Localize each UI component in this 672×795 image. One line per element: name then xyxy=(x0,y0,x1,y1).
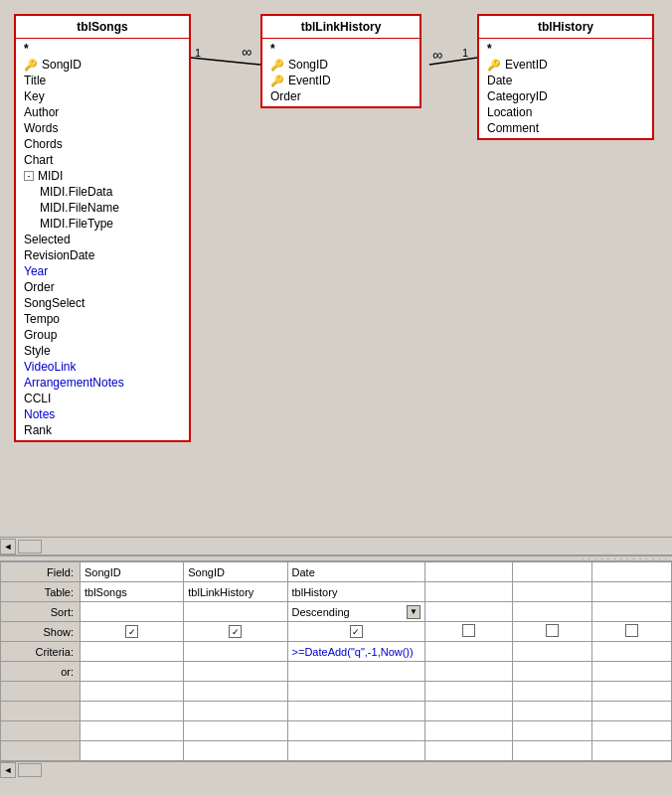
query-cell-empty[interactable] xyxy=(512,682,591,702)
query-cell-or-5[interactable] xyxy=(512,662,591,682)
query-cell-empty[interactable] xyxy=(287,702,424,721)
field-row: Tempo xyxy=(16,311,189,327)
query-cell-sort-5[interactable] xyxy=(512,602,591,622)
query-cell-empty[interactable] xyxy=(287,682,424,702)
query-cell-empty[interactable] xyxy=(81,702,184,721)
query-cell-show-1[interactable] xyxy=(81,622,184,642)
query-cell-or-6[interactable] xyxy=(591,662,671,682)
dropdown-arrow-icon[interactable]: ▼ xyxy=(407,605,420,619)
row-label-empty xyxy=(1,721,81,741)
query-cell-empty[interactable] xyxy=(591,741,671,761)
query-cell-field-3[interactable]: Date xyxy=(287,562,424,582)
field-row: Order xyxy=(16,279,189,295)
query-cell-sort-1[interactable] xyxy=(81,602,184,622)
table-title-tblLinkHistory: tblLinkHistory xyxy=(262,16,420,39)
query-cell-or-3[interactable] xyxy=(287,662,424,682)
query-cell-empty[interactable] xyxy=(287,721,424,741)
query-cell-empty[interactable] xyxy=(81,721,184,741)
row-label-show: Show: xyxy=(1,622,81,642)
query-cell-empty[interactable] xyxy=(591,682,671,702)
sort-dropdown[interactable]: Descending ▼ xyxy=(292,605,420,619)
query-cell-empty[interactable] xyxy=(81,682,184,702)
query-cell-criteria-2[interactable] xyxy=(184,642,287,662)
query-cell-table-6[interactable] xyxy=(591,582,671,602)
query-cell-empty[interactable] xyxy=(424,702,512,721)
scroll-thumb[interactable] xyxy=(18,540,42,554)
table-tblSongs: tblSongs * 🔑 SongID Title Key Author Wor… xyxy=(14,14,191,442)
query-cell-empty[interactable] xyxy=(184,682,287,702)
query-cell-empty[interactable] xyxy=(512,721,591,741)
query-cell-table-5[interactable] xyxy=(512,582,591,602)
field-name: EventID xyxy=(505,58,548,72)
query-cell-or-1[interactable] xyxy=(81,662,184,682)
query-row-or: or: xyxy=(1,662,672,682)
query-cell-empty[interactable] xyxy=(591,721,671,741)
query-cell-empty[interactable] xyxy=(424,721,512,741)
query-cell-show-3[interactable] xyxy=(287,622,424,642)
query-cell-table-1[interactable]: tblSongs xyxy=(81,582,184,602)
query-cell-or-4[interactable] xyxy=(424,662,512,682)
query-cell-empty[interactable] xyxy=(287,741,424,761)
show-checkbox-3[interactable] xyxy=(350,625,363,638)
query-cell-show-6[interactable] xyxy=(591,622,671,642)
query-cell-show-2[interactable] xyxy=(184,622,287,642)
query-cell-sort-6[interactable] xyxy=(591,602,671,622)
show-checkbox-4[interactable] xyxy=(462,624,475,637)
query-cell-empty[interactable] xyxy=(184,741,287,761)
query-cell-sort-2[interactable] xyxy=(184,602,287,622)
collapse-toggle[interactable]: - xyxy=(24,171,34,181)
field-row: Rank xyxy=(16,422,189,438)
field-name: Date xyxy=(487,74,512,87)
query-row-criteria: Criteria: >=DateAdd("q",-1,Now()) xyxy=(1,642,672,662)
query-cell-empty[interactable] xyxy=(512,741,591,761)
query-cell-show-4[interactable] xyxy=(424,622,512,642)
show-checkbox-1[interactable] xyxy=(125,625,138,638)
scroll-left-bottom-button[interactable]: ◄ xyxy=(0,762,16,778)
bottom-scrollbar[interactable]: ◄ xyxy=(0,761,672,777)
query-cell-field-2[interactable]: SongID xyxy=(184,562,287,582)
query-cell-empty[interactable] xyxy=(512,702,591,721)
row-label-or: or: xyxy=(1,662,81,682)
query-cell-field-6[interactable] xyxy=(591,562,671,582)
show-checkbox-2[interactable] xyxy=(229,625,242,638)
query-cell-criteria-5[interactable] xyxy=(512,642,591,662)
field-row: Chart xyxy=(16,152,189,168)
query-cell-table-4[interactable] xyxy=(424,582,512,602)
query-cell-empty[interactable] xyxy=(591,702,671,721)
show-checkbox-5[interactable] xyxy=(546,624,559,637)
horizontal-scrollbar[interactable]: ◄ xyxy=(0,537,672,555)
query-cell-sort-3[interactable]: Descending ▼ xyxy=(287,602,424,622)
row-label-field: Field: xyxy=(1,562,81,582)
key-icon: 🔑 xyxy=(270,59,284,72)
scroll-left-button[interactable]: ◄ xyxy=(0,539,16,555)
query-cell-field-5[interactable] xyxy=(512,562,591,582)
query-cell-criteria-6[interactable] xyxy=(591,642,671,662)
field-name: Group xyxy=(24,328,57,342)
query-cell-criteria-1[interactable] xyxy=(81,642,184,662)
svg-line-3 xyxy=(429,58,477,65)
diagram-area: 1 ∞ ∞ 1 tblSongs * 🔑 SongID Title Key xyxy=(0,0,672,537)
field-name: SongSelect xyxy=(24,296,84,310)
query-cell-empty[interactable] xyxy=(424,741,512,761)
show-checkbox-6[interactable] xyxy=(625,624,638,637)
svg-text:1: 1 xyxy=(195,47,201,59)
query-cell-field-1[interactable]: SongID xyxy=(81,562,184,582)
query-cell-table-3[interactable]: tblHistory xyxy=(287,582,424,602)
query-cell-empty[interactable] xyxy=(184,702,287,721)
query-cell-field-4[interactable] xyxy=(424,562,512,582)
query-row-empty-4 xyxy=(1,741,672,761)
query-cell-empty[interactable] xyxy=(81,741,184,761)
key-icon: 🔑 xyxy=(270,75,284,87)
query-cell-sort-4[interactable] xyxy=(424,602,512,622)
query-cell-empty[interactable] xyxy=(424,682,512,702)
scroll-bottom-thumb[interactable] xyxy=(18,763,42,777)
query-cell-empty[interactable] xyxy=(184,721,287,741)
query-cell-criteria-3[interactable]: >=DateAdd("q",-1,Now()) xyxy=(287,642,424,662)
query-cell-table-2[interactable]: tblLinkHistory xyxy=(184,582,287,602)
query-cell-criteria-4[interactable] xyxy=(424,642,512,662)
query-cell-show-5[interactable] xyxy=(512,622,591,642)
row-label-empty xyxy=(1,682,81,702)
field-name: SongID xyxy=(288,58,328,72)
field-row: MIDI.FileData xyxy=(16,184,189,200)
query-cell-or-2[interactable] xyxy=(184,662,287,682)
